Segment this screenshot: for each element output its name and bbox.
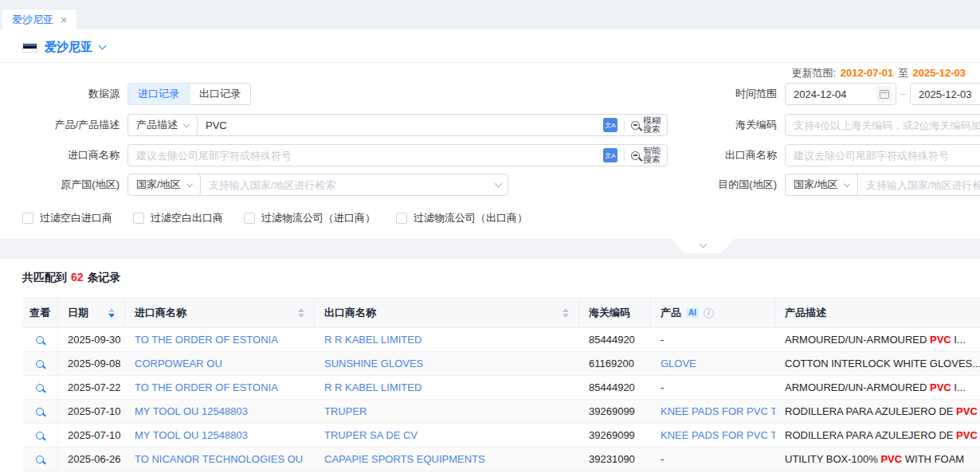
sort-date-button[interactable] [102,308,115,318]
chevron-down-icon [186,180,192,186]
divider [624,119,625,131]
chevron-down-icon [843,180,849,186]
tab-bar: 爱沙尼亚 × [0,0,980,29]
destination-select-value: 国家/地区 [794,178,838,192]
smart-search-label-2: 搜索 [643,155,661,164]
cell-date: 2025-07-10 [58,429,125,441]
importer-link[interactable]: TO NICANOR TECHNOLOGIES OU [125,453,315,465]
checkbox-icon[interactable] [396,213,407,224]
cell-date: 2025-09-30 [58,334,125,346]
importer-link[interactable]: TO THE ORDER OF ESTONIA [125,334,315,346]
close-icon[interactable]: × [61,14,67,25]
translate-icon[interactable] [603,118,617,132]
table-row: 2025-06-26 TO NICANOR TECHNOLOGIES OU CA… [22,448,980,471]
magnifier-icon [36,360,44,368]
tab-estonia[interactable]: 爱沙尼亚 × [2,10,76,29]
checkbox-icon[interactable] [133,213,144,224]
checkbox-label: 过滤空白进口商 [40,211,112,225]
exporter-link[interactable]: R R KABEL LIMITED [315,381,579,393]
update-range-from: 2012-07-01 [839,67,896,79]
table-row: 2025-07-22 TO THE ORDER OF ESTONIA R R K… [22,376,980,400]
table-row: 2025-07-10 MY TOOL OU 12548803 TRUPER 39… [22,400,980,424]
destination-country-input[interactable] [858,174,980,195]
destination-country-group: 国家/地区 [785,174,980,196]
view-record-button[interactable] [22,400,58,423]
summary-suffix: 条记录 [88,271,121,283]
origin-country-label: 原产国(地区) [0,174,120,196]
product-value[interactable]: GLOVE [651,358,775,369]
view-record-button[interactable] [22,448,58,471]
view-record-button[interactable] [22,352,58,375]
sort-exporter-button[interactable] [556,308,569,318]
hs-code-input[interactable] [785,114,980,136]
import-records-tab[interactable]: 进口记录 [127,83,190,105]
translate-icon[interactable] [603,148,617,162]
header-product-label: 产品 [661,306,681,320]
country-selector[interactable]: 爱沙尼亚 [22,40,105,55]
checkbox-label: 过滤物流公司（进口商） [261,211,375,225]
exporter-input[interactable] [785,144,980,166]
time-range-label: 时间范围 [660,83,777,105]
date-separator: – [898,83,907,105]
origin-country-group: 国家/地区 [127,174,508,196]
header-importer-label: 进口商名称 [135,306,186,320]
app-window: 爱沙尼亚 × 爱沙尼亚 更新范围: 2012-07-01 至 2025-12-0… [0,0,980,473]
importer-link[interactable]: TO THE ORDER OF ESTONIA [125,381,315,393]
cell-description: UTILITY BOX-100% PVC WITH FOAM [775,453,980,465]
checkbox-filter-blank-importer[interactable]: 过滤空白进口商 [22,211,112,225]
exporter-link[interactable]: TRUPER SA DE CV [315,429,579,441]
view-record-button[interactable] [22,424,58,447]
date-end-input[interactable]: 2025-12-03 [910,83,980,105]
cell-hs-code: 61169200 [579,358,651,369]
results-table: 查看 日期 进口商名称 出口商名称 海关编码 产品 AI 产品描述 [22,298,980,471]
smart-search-button[interactable]: 智能 搜索 [631,147,661,164]
fuzzy-search-label-2: 搜索 [643,125,661,134]
destination-country-select[interactable]: 国家/地区 [785,174,858,196]
exporter-link[interactable]: SUNSHINE GLOVES [315,358,579,369]
product-type-select[interactable]: 产品描述 [127,114,198,136]
update-range: 更新范围: 2012-07-01 至 2025-12-03 [792,66,968,80]
header-description: 产品描述 [775,299,980,327]
checkbox-icon[interactable] [244,213,255,224]
checkbox-filter-logistics-importer[interactable]: 过滤物流公司（进口商） [244,211,375,225]
checkbox-icon[interactable] [22,213,33,224]
magnifier-icon [36,384,44,392]
product-input[interactable] [198,115,600,135]
exporter-link[interactable]: CAPAPIE SPORTS EQUIPMENTS [315,453,579,465]
page-title: 爱沙尼亚 [45,40,92,55]
cell-description: RODILLERA PARA AZULEJERO DE PVC [775,405,980,417]
checkbox-filter-blank-exporter[interactable]: 过滤空白出口商 [133,211,223,225]
export-records-tab[interactable]: 出口记录 [190,83,251,105]
product-label: 产品/产品描述 [0,114,120,136]
exporter-link[interactable]: TRUPER [315,405,579,417]
cell-hs-code: 39231090 [579,453,651,465]
origin-country-select[interactable]: 国家/地区 [127,174,201,196]
exporter-link[interactable]: R R KABEL LIMITED [315,334,579,346]
ai-badge: AI [686,308,699,318]
importer-label: 进口商名称 [0,144,120,166]
fuzzy-search-button[interactable]: 模糊 搜索 [631,116,661,134]
product-value[interactable]: KNEE PADS FOR PVC T... [651,429,775,441]
calendar-icon [876,86,892,102]
product-value[interactable]: KNEE PADS FOR PVC T... [651,405,775,417]
product-value: - [651,453,775,465]
checkbox-filter-logistics-exporter[interactable]: 过滤物流公司（出口商） [396,211,527,225]
table-row: 2025-09-30 TO THE ORDER OF ESTONIA R R K… [22,328,980,352]
results-summary: 共匹配到62条记录 [22,271,121,285]
origin-country-input[interactable] [201,174,492,195]
view-record-button[interactable] [22,376,58,399]
sort-importer-button[interactable] [292,308,304,318]
product-type-value: 产品描述 [136,118,178,132]
view-record-button[interactable] [22,328,58,351]
divider [0,62,980,63]
importer-link[interactable]: MY TOOL OU 12548803 [125,405,315,417]
importer-link[interactable]: MY TOOL OU 12548803 [125,429,315,441]
info-icon[interactable] [704,308,714,319]
summary-prefix: 共匹配到 [22,271,67,283]
importer-link[interactable]: CORPOWEAR OU [125,358,315,369]
magnifier-icon [36,336,44,344]
header-importer: 进口商名称 [125,299,315,327]
date-start-input[interactable]: 2024-12-04 [785,83,896,105]
product-search-group: 产品描述 模糊 搜索 [127,114,668,136]
importer-input[interactable] [128,145,600,166]
